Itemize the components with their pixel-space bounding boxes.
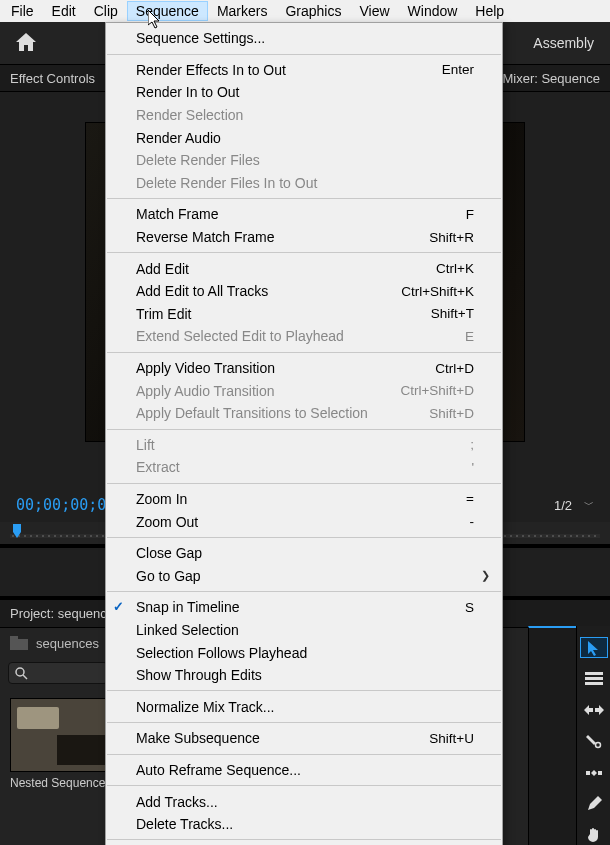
timecode-display[interactable]: 00;00;00;00	[16, 496, 115, 514]
menu-item-apply-video-transition[interactable]: Apply Video TransitionCtrl+D	[106, 357, 502, 380]
menu-separator	[107, 537, 501, 538]
menu-item-label: Auto Reframe Sequence...	[136, 762, 474, 778]
selection-tool[interactable]	[581, 638, 607, 657]
menu-item-label: Snap in Timeline	[136, 599, 465, 615]
menu-sequence[interactable]: Sequence	[127, 1, 208, 21]
menu-item-shortcut: Shift+U	[429, 731, 474, 746]
bin-icon	[10, 636, 28, 650]
svg-marker-16	[591, 770, 594, 776]
menu-item-shortcut: S	[465, 600, 474, 615]
menu-item-shortcut: -	[470, 514, 475, 529]
effect-controls-tab[interactable]: Effect Controls	[10, 71, 95, 86]
playhead-icon[interactable]	[10, 524, 24, 540]
search-input[interactable]	[8, 662, 108, 684]
menu-item-normalize-mix-track[interactable]: Normalize Mix Track...	[106, 695, 502, 718]
menu-window[interactable]: Window	[399, 1, 467, 21]
menu-item-close-gap[interactable]: Close Gap	[106, 542, 502, 565]
menu-graphics[interactable]: Graphics	[276, 1, 350, 21]
clip-label[interactable]: Nested Sequence 02	[10, 776, 120, 790]
menu-item-delete-tracks[interactable]: Delete Tracks...	[106, 813, 502, 836]
svg-rect-1	[13, 524, 21, 532]
menu-markers[interactable]: Markers	[208, 1, 277, 21]
menu-item-shortcut: E	[465, 329, 474, 344]
svg-line-6	[23, 675, 27, 679]
menu-item-label: Apply Default Transitions to Selection	[136, 405, 429, 421]
menu-item-linked-selection[interactable]: Linked Selection	[106, 619, 502, 642]
menu-item-shortcut: =	[466, 491, 474, 506]
svg-marker-12	[595, 705, 604, 715]
home-icon[interactable]	[16, 33, 36, 54]
menu-item-shortcut: Ctrl+D	[435, 361, 474, 376]
clip-thumbnail[interactable]	[10, 698, 118, 772]
menu-item-shortcut: Ctrl+K	[436, 261, 474, 276]
menu-item-render-audio[interactable]: Render Audio	[106, 126, 502, 149]
track-select-tool[interactable]	[581, 669, 607, 688]
svg-rect-3	[10, 639, 28, 650]
menu-item-shortcut: '	[471, 460, 474, 475]
menu-edit[interactable]: Edit	[43, 1, 85, 21]
menu-item-zoom-in[interactable]: Zoom In=	[106, 488, 502, 511]
ripple-edit-tool[interactable]	[581, 701, 607, 720]
hand-tool[interactable]	[581, 826, 607, 845]
menu-item-label: Render Effects In to Out	[136, 62, 442, 78]
svg-rect-9	[585, 677, 603, 680]
menu-item-label: Add Tracks...	[136, 794, 474, 810]
svg-rect-4	[10, 636, 18, 640]
slip-tool[interactable]	[581, 763, 607, 782]
menu-file[interactable]: File	[2, 1, 43, 21]
zoom-value: 1/2	[554, 498, 572, 513]
menu-clip[interactable]: Clip	[85, 1, 127, 21]
menu-item-snap-in-timeline[interactable]: ✓Snap in TimelineS	[106, 596, 502, 619]
workspace-label[interactable]: Assembly	[533, 35, 594, 51]
menu-item-label: Trim Edit	[136, 306, 431, 322]
menu-item-sequence-settings[interactable]: Sequence Settings...	[106, 27, 502, 50]
razor-tool[interactable]	[581, 732, 607, 751]
menu-item-trim-edit[interactable]: Trim EditShift+T	[106, 303, 502, 326]
audio-mixer-tab[interactable]: Mixer: Sequence	[502, 71, 600, 86]
svg-marker-17	[594, 770, 597, 776]
menu-item-make-subsequence[interactable]: Make SubsequenceShift+U	[106, 727, 502, 750]
menu-item-label: Apply Audio Transition	[136, 383, 400, 399]
menu-separator	[107, 839, 501, 840]
menu-item-reverse-match-frame[interactable]: Reverse Match FrameShift+R	[106, 226, 502, 249]
menu-item-shortcut: Ctrl+Shift+D	[400, 383, 474, 398]
menu-item-shortcut: Shift+R	[429, 230, 474, 245]
menu-item-label: Render Audio	[136, 130, 474, 146]
menu-item-zoom-out[interactable]: Zoom Out-	[106, 510, 502, 533]
menu-item-add-tracks[interactable]: Add Tracks...	[106, 790, 502, 813]
menu-item-match-frame[interactable]: Match FrameF	[106, 203, 502, 226]
menu-item-label: Zoom In	[136, 491, 466, 507]
menu-separator	[107, 429, 501, 430]
menu-item-label: Extend Selected Edit to Playhead	[136, 328, 465, 344]
menu-item-label: Lift	[136, 437, 470, 453]
menu-item-label: Add Edit	[136, 261, 436, 277]
menu-help[interactable]: Help	[466, 1, 513, 21]
menu-item-add-edit[interactable]: Add EditCtrl+K	[106, 257, 502, 280]
svg-marker-11	[584, 705, 593, 715]
menu-separator	[107, 690, 501, 691]
menu-item-go-to-gap[interactable]: Go to Gap❯	[106, 564, 502, 587]
pen-tool[interactable]	[581, 794, 607, 813]
menu-item-render-selection: Render Selection	[106, 104, 502, 127]
menu-item-render-in-to-out[interactable]: Render In to Out	[106, 81, 502, 104]
svg-marker-2	[13, 532, 21, 538]
menu-item-show-through-edits[interactable]: Show Through Edits	[106, 664, 502, 687]
menu-separator	[107, 754, 501, 755]
zoom-dropdown[interactable]: 1/2 ﹀	[554, 498, 594, 513]
menu-item-shortcut: Shift+T	[431, 306, 474, 321]
svg-point-13	[595, 743, 600, 748]
sequence-menu: Sequence Settings...Render Effects In to…	[105, 22, 503, 845]
menu-item-shortcut: Shift+D	[429, 406, 474, 421]
menu-item-selection-follows-playhead[interactable]: Selection Follows Playhead	[106, 641, 502, 664]
menu-view[interactable]: View	[350, 1, 398, 21]
menu-item-extract: Extract'	[106, 456, 502, 479]
menu-item-add-edit-to-all-tracks[interactable]: Add Edit to All TracksCtrl+Shift+K	[106, 280, 502, 303]
menu-separator	[107, 54, 501, 55]
menu-item-shortcut: ;	[470, 437, 474, 452]
svg-rect-8	[585, 672, 603, 675]
menu-item-apply-default-transitions-to-selection: Apply Default Transitions to SelectionSh…	[106, 402, 502, 425]
menu-item-render-effects-in-to-out[interactable]: Render Effects In to OutEnter	[106, 59, 502, 82]
menu-item-auto-reframe-sequence[interactable]: Auto Reframe Sequence...	[106, 759, 502, 782]
timeline-panel-edge	[528, 626, 576, 845]
menu-separator	[107, 198, 501, 199]
